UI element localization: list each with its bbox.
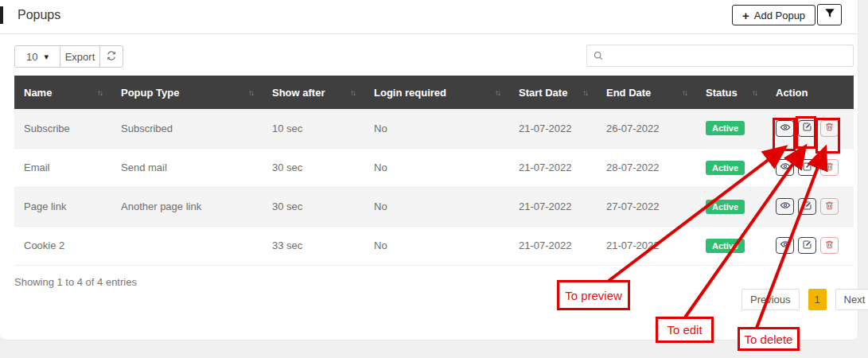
column-header-login-required[interactable]: Login required↑↓	[364, 76, 509, 109]
sort-icon: ↑↓	[350, 88, 355, 97]
eye-icon	[780, 122, 791, 135]
search-input[interactable]	[586, 45, 854, 67]
cell-start-date: 21-07-2022	[509, 187, 597, 226]
edit-button[interactable]	[798, 120, 816, 137]
cell-name: Cookie 2	[14, 226, 111, 265]
annotation-label-preview: To preview	[557, 280, 630, 310]
cell-login-required: No	[364, 148, 509, 187]
cell-start-date: 21-07-2022	[509, 226, 597, 265]
sort-icon: ↑↓	[582, 88, 587, 97]
eye-icon	[780, 200, 791, 213]
cell-show-after: 30 sec	[263, 187, 364, 226]
eye-icon	[780, 239, 791, 252]
preview-button[interactable]	[776, 198, 794, 215]
status-badge: Active	[706, 239, 745, 253]
cell-end-date: 21-07-2022	[597, 226, 696, 265]
search-box	[586, 45, 854, 67]
trash-icon	[824, 122, 835, 134]
cell-name: Email	[14, 148, 111, 187]
annotation-label-edit: To edit	[656, 317, 714, 343]
column-header-name[interactable]: Name↑↓	[14, 76, 111, 109]
edit-icon	[802, 122, 812, 134]
export-button[interactable]: Export	[60, 45, 100, 68]
sort-icon: ↑↓	[752, 88, 757, 97]
column-header-end-date[interactable]: End Date↑↓	[597, 76, 696, 109]
add-popup-button[interactable]: + Add Popup	[732, 5, 815, 25]
preview-button[interactable]	[776, 159, 794, 176]
cell-end-date: 26-07-2022	[597, 109, 696, 148]
sort-icon: ↑↓	[682, 88, 687, 97]
table-row: SubscribeSubscribed10 secNo21-07-202226-…	[14, 109, 854, 148]
cell-start-date: 21-07-2022	[509, 109, 597, 148]
trash-icon	[824, 161, 835, 174]
cell-action	[766, 226, 854, 265]
popups-card: Popups + Add Popup 10 ▾ Export	[0, 0, 858, 340]
edit-button[interactable]	[798, 198, 816, 215]
cell-end-date: 27-07-2022	[597, 187, 696, 226]
cell-show-after: 10 sec	[263, 109, 364, 148]
cell-status: Active	[696, 148, 766, 187]
eye-icon	[780, 161, 791, 174]
trash-icon	[824, 239, 835, 252]
cell-action	[766, 109, 854, 148]
status-badge: Active	[706, 161, 745, 175]
plus-icon: +	[742, 9, 749, 22]
title-accent-bar	[0, 6, 3, 24]
cell-status: Active	[696, 226, 766, 265]
add-popup-label: Add Popup	[754, 10, 805, 21]
column-header-status[interactable]: Status↑↓	[696, 76, 766, 109]
column-header-show-after[interactable]: Show after↑↓	[263, 76, 364, 109]
page-size-select[interactable]: 10 ▾	[14, 45, 60, 68]
cell-popup-type: Another page link	[111, 187, 263, 226]
edit-icon	[802, 239, 812, 252]
chevron-down-icon: ▾	[44, 52, 49, 62]
status-badge: Active	[706, 200, 745, 214]
previous-button[interactable]: Previous	[741, 289, 800, 310]
edit-button[interactable]	[798, 159, 816, 176]
entries-summary: Showing 1 to 4 of 4 entries	[14, 276, 137, 288]
delete-button[interactable]	[820, 159, 839, 176]
edit-icon	[802, 161, 812, 174]
funnel-icon	[824, 8, 835, 21]
cell-login-required: No	[364, 226, 509, 265]
column-header-start-date[interactable]: Start Date↑↓	[509, 76, 597, 109]
edit-button[interactable]	[798, 237, 816, 254]
cell-start-date: 21-07-2022	[509, 148, 597, 187]
column-header-action: Action	[766, 76, 854, 109]
cell-action	[766, 148, 854, 187]
table-row: EmailSend mail30 secNo21-07-202228-07-20…	[14, 148, 854, 187]
page-1-button[interactable]: 1	[808, 289, 827, 310]
sort-icon: ↑↓	[248, 88, 253, 97]
cell-name: Subscribe	[14, 109, 111, 148]
refresh-button[interactable]	[99, 45, 123, 68]
cell-popup-type: Subscribed	[111, 109, 263, 148]
table-row: Page linkAnother page link30 secNo21-07-…	[14, 187, 854, 226]
search-icon	[593, 50, 604, 64]
page-title: Popups	[18, 8, 60, 22]
cell-login-required: No	[364, 109, 509, 148]
cell-status: Active	[696, 109, 766, 148]
column-header-popup-type[interactable]: Popup Type↑↓	[111, 76, 263, 109]
delete-button[interactable]	[820, 120, 839, 137]
cell-login-required: No	[364, 187, 509, 226]
status-badge: Active	[706, 121, 745, 135]
popups-table: Name↑↓ Popup Type↑↓ Show after↑↓ Login r…	[14, 76, 854, 266]
preview-button[interactable]	[776, 120, 794, 137]
trash-icon	[824, 200, 835, 213]
sort-icon: ↑↓	[97, 88, 102, 97]
next-button[interactable]: Next	[835, 289, 868, 310]
cell-show-after: 30 sec	[263, 148, 364, 187]
cell-name: Page link	[14, 187, 111, 226]
sort-icon: ↑↓	[495, 88, 500, 97]
preview-button[interactable]	[776, 237, 794, 254]
delete-button[interactable]	[820, 237, 839, 254]
delete-button[interactable]	[820, 198, 839, 215]
pagination: Previous 1 Next	[741, 289, 868, 310]
filter-button[interactable]	[817, 4, 842, 25]
cell-show-after: 33 sec	[263, 226, 364, 265]
cell-status: Active	[696, 187, 766, 226]
page-size-value: 10	[26, 51, 37, 63]
cell-popup-type	[111, 226, 263, 265]
cell-end-date: 28-07-2022	[597, 148, 696, 187]
table-row: Cookie 233 secNo21-07-202221-07-2022Acti…	[14, 226, 854, 265]
